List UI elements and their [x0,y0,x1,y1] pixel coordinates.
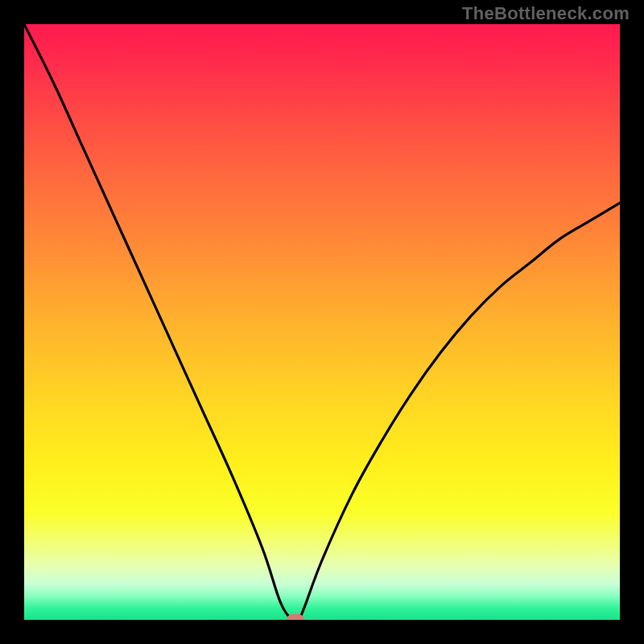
watermark-text: TheBottleneck.com [462,3,630,24]
curve-path [24,24,620,620]
chart-frame: TheBottleneck.com [0,0,644,644]
plot-area [24,24,620,620]
curve-svg [24,24,620,620]
min-marker [287,614,304,620]
